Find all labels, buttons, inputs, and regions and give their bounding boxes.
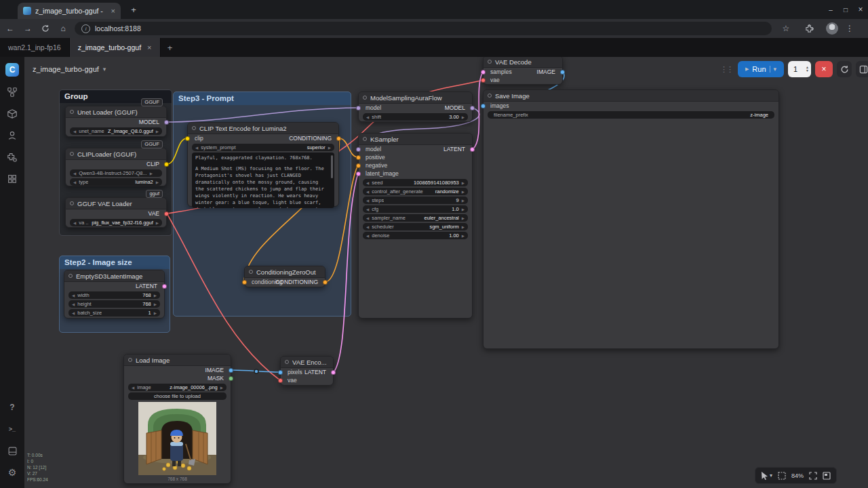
input-slot-model[interactable] [356,147,361,152]
upload-button[interactable]: choose file to upload [128,392,226,400]
node-header[interactable]: Save Image [484,90,778,102]
output-slot-vae[interactable] [164,211,169,216]
output-slot-image[interactable] [560,70,565,75]
input-slot-vae[interactable] [278,378,283,383]
node-clip-loader[interactable]: GGUF CLIPLoader (GGUF) CLIP Qwen3-4B-Ins… [65,148,167,186]
output-slot-clip[interactable] [164,162,169,167]
input-slot-conditioning[interactable] [242,280,247,285]
collapse-dot-icon[interactable] [70,152,74,156]
widget-shift[interactable]: shift 3.00 [363,113,468,121]
input-slot-samples[interactable] [481,70,486,75]
widget-filename-prefix[interactable]: filename_prefix z-image [488,111,774,119]
widget-vae-name[interactable]: va ... pig_flux_vae_fp32-f16.gguf [70,219,162,226]
widget-type[interactable]: type lumina2 [70,178,162,186]
node-ksampler[interactable]: KSampler model LATENT positive negative … [358,133,473,319]
user-icon[interactable] [6,129,18,142]
collapse-dot-icon[interactable] [70,110,74,114]
cancel-run-button[interactable] [815,61,833,77]
output-slot-latent[interactable] [331,370,336,375]
node-empty-latent-image[interactable]: EmptySD3LatentImage LATENT width 768 hei… [64,270,165,319]
widget-scheduler[interactable]: scheduler sgm_uniform [363,223,468,230]
collapse-dot-icon[interactable] [488,60,492,64]
window-maximize-button[interactable] [838,0,853,19]
widget-system-prompt[interactable]: system_prompt superior [192,144,334,151]
group-title[interactable]: Step3 - Prompt [174,92,351,105]
minimap-button[interactable] [823,472,831,480]
fit-view-button[interactable] [809,472,817,480]
collapse-dot-icon[interactable] [363,137,367,141]
tab-close-icon[interactable] [111,7,115,15]
profile-avatar[interactable] [826,22,838,35]
input-slot-positive[interactable] [356,155,361,160]
new-tab-button[interactable] [127,3,140,16]
widget-clip-name[interactable]: Qwen3-4B-Instruct-2507-Q8... [70,169,162,177]
model-library-icon[interactable] [6,108,18,120]
input-slot-images[interactable] [481,104,486,108]
input-slot-pixels[interactable] [278,370,283,375]
input-slot-model[interactable] [356,106,361,110]
workflows-icon[interactable] [6,86,18,98]
input-slot-clip[interactable] [185,136,190,141]
browser-menu-icon[interactable] [842,24,857,33]
collapse-dot-icon[interactable] [249,270,253,274]
widget-height[interactable]: height 768 [68,300,160,308]
workflow-tab-zimage[interactable]: z_image_turbo-gguf [70,38,161,57]
output-slot-latent[interactable] [470,147,475,152]
new-workflow-button[interactable] [161,38,180,57]
node-model-sampling-auraflow[interactable]: ModelSamplingAuraFlow model MODEL shift … [358,92,473,122]
node-header[interactable]: CLIP Text Encode for Lumina2 [188,123,338,134]
workflow-tab-wan21[interactable]: wan2.1_inp-fp16 [0,38,70,57]
collapse-dot-icon[interactable] [363,96,367,100]
collapse-dot-icon[interactable] [285,360,289,364]
widget-image-file[interactable]: image z-image_00006_.png [128,384,226,391]
node-header[interactable]: ModelSamplingAuraFlow [359,92,472,104]
collapse-dot-icon[interactable] [192,126,196,130]
run-options-caret-icon[interactable] [770,66,777,73]
run-button[interactable]: Run [738,61,784,77]
output-slot-image[interactable] [229,368,233,373]
textarea-scrollbar[interactable] [331,155,333,178]
drag-handle-icon[interactable]: ⋮⋮ [720,65,732,74]
pointer-caret-icon[interactable] [770,472,772,479]
output-slot-conditioning[interactable] [323,280,328,285]
collapse-dot-icon[interactable] [128,358,132,362]
node-library-icon[interactable] [6,151,18,163]
node-header[interactable]: Load Image [124,354,231,366]
count-stepper[interactable] [806,66,811,73]
select-tool-button[interactable] [778,472,786,480]
widget-sampler-name[interactable]: sampler_name euler_ancestral [363,214,468,222]
collapse-dot-icon[interactable] [488,94,492,98]
node-header[interactable]: Unet Loader (GGUF) [66,106,166,118]
widget-unet-name[interactable]: unet_name Z_Image_Q8.0.gguf [70,127,162,135]
input-slot-negative[interactable] [356,163,361,168]
widget-width[interactable]: width 768 [68,291,160,299]
workflow-menu[interactable]: z_image_turbo-gguf [33,61,106,77]
site-info-icon[interactable]: i [81,24,90,33]
widget-seed[interactable]: seed 1008659141080953 [363,179,468,186]
output-slot-latent[interactable] [162,284,167,289]
group-title[interactable]: Step2 - Image size [60,256,170,269]
widget-denoise[interactable]: denoise 1.00 [363,232,468,239]
window-minimize-button[interactable] [823,0,838,19]
node-vae-encode[interactable]: VAE Enco... pixels LATENT vae [280,356,334,386]
node-header[interactable]: VAE Decode [484,56,562,68]
queue-history-button[interactable] [837,61,852,77]
node-header[interactable]: KSampler [359,134,472,145]
collapse-dot-icon[interactable] [70,201,74,205]
zoom-level-label[interactable]: 84% [791,472,804,479]
output-slot-model[interactable] [164,120,169,125]
node-load-image[interactable]: Load Image IMAGE MASK image z-image_0000… [123,354,231,484]
output-slot-model[interactable] [470,106,475,110]
widget-control-after-generate[interactable]: control_after_generate randomize [363,188,468,195]
pointer-tool-button[interactable] [761,472,772,480]
window-close-button[interactable] [853,0,868,19]
forward-icon[interactable] [20,24,35,33]
node-clip-text-encode[interactable]: CLIP Text Encode for Lumina2 clip CONDIT… [187,122,339,207]
node-vae-loader[interactable]: gguf GGUF VAE Loader VAE va ... pig_flux… [65,197,167,228]
widget-batch-size[interactable]: batch_size 1 [68,309,160,317]
node-header[interactable]: EmptySD3LatentImage [64,270,164,282]
stepper-down-icon[interactable] [806,69,809,73]
bookmark-star-icon[interactable] [778,24,793,33]
terminal-icon[interactable] [6,423,18,435]
templates-icon[interactable] [6,173,18,185]
